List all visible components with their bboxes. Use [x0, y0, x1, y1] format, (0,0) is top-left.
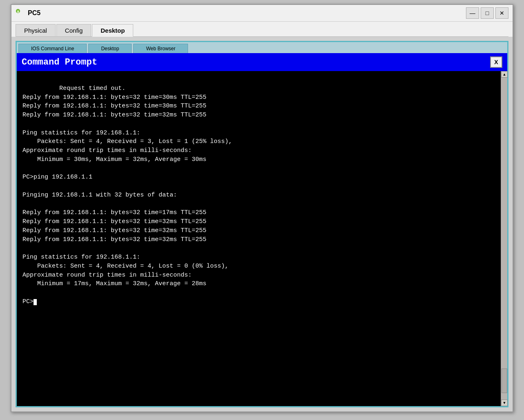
cursor-blink: [34, 299, 37, 305]
tab-desktop[interactable]: Desktop: [92, 24, 133, 37]
close-button[interactable]: ✕: [495, 7, 508, 19]
cmd-close-button[interactable]: X: [490, 56, 502, 68]
inner-window: IOS Command Line Desktop Web Browser Com…: [16, 41, 508, 407]
terminal-text: Request timed out. Reply from 192.168.1.…: [22, 85, 232, 305]
scroll-down-arrow[interactable]: ▼: [501, 400, 508, 406]
inner-tab-desktop[interactable]: Desktop: [88, 44, 132, 53]
title-bar-left: 🖥 PC5: [16, 9, 40, 18]
maximize-button[interactable]: □: [481, 7, 494, 19]
scrollbar-body: [501, 78, 507, 400]
cmd-title-text: Command Prompt: [22, 57, 97, 67]
tab-config[interactable]: Config: [56, 24, 91, 36]
minimize-button[interactable]: —: [466, 7, 479, 19]
cmd-titlebar: Command Prompt X: [17, 53, 507, 71]
tab-bar: Physical Config Desktop: [11, 22, 513, 36]
scrollbar-track[interactable]: ▲ ▼: [501, 71, 507, 406]
svg-text:🖥: 🖥: [17, 10, 20, 13]
scroll-up-arrow[interactable]: ▲: [501, 71, 508, 78]
window-title: PC5: [28, 9, 40, 17]
terminal-output[interactable]: Request timed out. Reply from 192.168.1.…: [17, 71, 238, 406]
inner-tab-ioscommand[interactable]: IOS Command Line: [18, 44, 87, 53]
tab-physical[interactable]: Physical: [16, 24, 56, 36]
title-bar: 🖥 PC5 — □ ✕: [11, 5, 513, 22]
window-content: IOS Command Line Desktop Web Browser Com…: [11, 37, 513, 411]
pc-icon: 🖥: [16, 9, 25, 18]
main-window: 🖥 PC5 — □ ✕ Physical Config Desktop IOS …: [11, 4, 513, 412]
title-controls: — □ ✕: [466, 7, 508, 19]
inner-tab-webbrowser[interactable]: Web Browser: [133, 44, 188, 53]
terminal-container: Request timed out. Reply from 192.168.1.…: [17, 71, 507, 406]
scrollbar-thumb[interactable]: [502, 369, 507, 393]
inner-tabs: IOS Command Line Desktop Web Browser: [17, 42, 507, 53]
